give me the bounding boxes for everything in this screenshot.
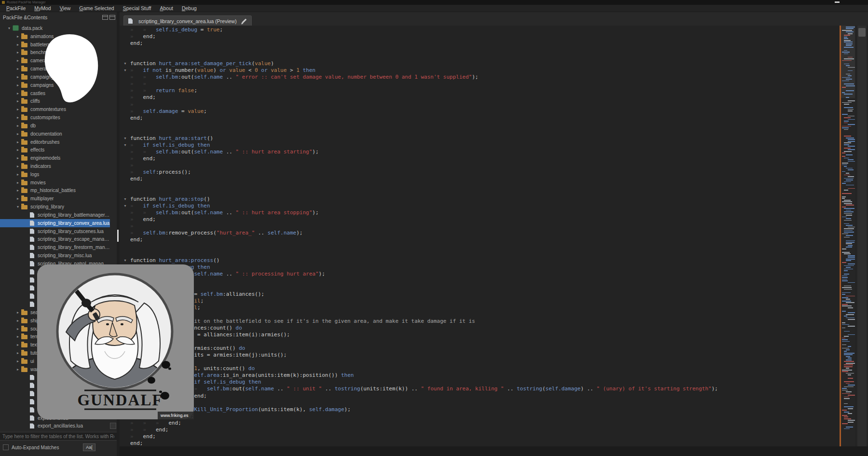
code-line[interactable]: » [120,101,840,108]
expand-arrow-icon[interactable]: ▸ [14,359,21,363]
tree-scroll-button[interactable] [110,423,116,429]
menu-item-packfile[interactable]: PackFile [2,5,30,12]
code-line[interactable]: » end; [120,216,840,223]
expand-arrow-icon[interactable]: ▸ [14,351,21,355]
expand-arrow-icon[interactable]: ▸ [14,188,21,193]
code-line[interactable]: » » » » » end; [120,393,840,400]
expand-arrow-icon[interactable]: ▸ [14,148,21,152]
tree-item-scripting-library-firestorm-manager-lua[interactable]: scripting_library_firestorm_manager.lua [0,243,110,251]
code-line[interactable]: end; [120,115,840,122]
expand-arrow-icon[interactable]: ▸ [14,180,21,185]
tab-scripting-library-convex-area[interactable]: scripting_library_convex_area.lua (Previ… [123,15,252,26]
expand-arrow-icon[interactable]: ▸ [14,334,21,339]
code-line[interactable]: » end; [120,94,840,101]
code-line[interactable]: » » self.bm:out(self.name .. " :: proces… [120,271,840,277]
code-line[interactable]: » end; [120,33,840,40]
expand-arrow-icon[interactable]: ▸ [14,91,21,96]
code-line[interactable]: » » self.bm:out(self.name .. " :: hurt a… [120,209,840,216]
expand-arrow-icon[interactable]: ▾ [14,205,21,209]
code-line[interactable] [120,128,840,135]
code-line[interactable]: ▾» if self.is_debug then [120,142,840,149]
expand-arrow-icon[interactable]: ▸ [14,83,21,87]
expand-arrow-icon[interactable]: ▸ [14,67,21,71]
code-line[interactable]: » [120,162,840,169]
fold-marker-icon[interactable]: ▾ [122,67,128,74]
tree-item-scripting-library-battlemanager-lua[interactable]: scripting_library_battlemanager.lua [0,211,110,219]
code-line[interactable]: » » » for k = 1, units:count() do [120,365,840,372]
tree-item-effects[interactable]: ▸effects [0,146,110,154]
code-line[interactable]: end; [120,440,840,446]
code-line[interactable]: ▾function hurt_area:process() [120,257,840,264]
expand-arrow-icon[interactable]: ▸ [14,172,21,177]
expand-arrow-icon[interactable]: ▸ [14,124,21,128]
expand-arrow-icon[interactable]: ▸ [14,115,21,120]
editor-scrollbar[interactable] [857,26,867,446]
expand-arrow-icon[interactable]: ▸ [14,140,21,144]
tree-item-multiplayer[interactable]: ▸multiplayer [0,194,110,203]
tree-item-scripting-library-convex-area-lua[interactable]: scripting_library_convex_area.lua [0,219,110,227]
code-line[interactable]: » [120,223,840,230]
code-line[interactable]: ▾function hurt_area:stop() [120,196,840,203]
code-line[interactable] [120,244,840,250]
code-line[interactable]: » local alliances = self.bm:alliances(); [120,291,840,298]
menu-item-special-stuff[interactable]: Special Stuff [119,5,156,12]
tree-item-scripting-library[interactable]: ▾scripting_library [0,203,110,211]
fold-marker-icon[interactable]: ▾ [122,203,128,209]
expand-arrow-icon[interactable]: ▸ [14,132,21,136]
tree-item-indicators[interactable]: ▸indicators [0,162,110,170]
expand-arrow-icon[interactable]: ▸ [14,164,21,168]
expand-arrow-icon[interactable]: ▸ [14,99,21,103]
expand-arrow-icon[interactable]: ▸ [14,156,21,160]
code-line[interactable]: » » [120,338,840,345]
code-line[interactable]: » » return false; [120,87,840,94]
expand-arrow-icon[interactable]: ▸ [14,58,21,63]
expand-arrow-icon[interactable]: ▸ [14,367,21,372]
minimize-icon[interactable] [835,1,840,3]
code-line[interactable]: ▾» if self.is_debug then [120,264,840,271]
fold-marker-icon[interactable]: ▾ [122,257,128,264]
expand-arrow-icon[interactable]: ▸ [14,318,21,323]
minimap-viewport[interactable] [841,26,855,98]
expand-arrow-icon[interactable]: ▸ [14,343,21,347]
code-line[interactable]: » for i = 1, alliances:count() do [120,325,840,332]
expand-all-icon[interactable] [102,15,108,20]
code-line[interactable]: » end; [120,155,840,162]
code-line[interactable]: end; [120,40,840,47]
code-line[interactable]: » » » local units = armies:item(j):units… [120,352,840,359]
expand-arrow-icon[interactable]: ▸ [14,50,21,55]
code-line[interactable]: » » self.bm:out(self.name .. " :: hurt a… [120,149,840,155]
tree-item-editorbrushes[interactable]: ▸editorbrushes [0,138,110,146]
tree-item-scripting-library-cutscenes-lua[interactable]: scripting_library_cutscenes.lua [0,227,110,235]
code-line[interactable]: » » » [120,359,840,365]
code-line[interactable]: end; [120,176,840,182]
fold-marker-icon[interactable]: ▾ [122,135,128,142]
splitter-handle[interactable] [117,230,119,242]
code-line[interactable] [120,54,840,60]
code-line[interactable]: » » » end; [120,420,840,427]
tree-item-enginemodels[interactable]: ▸enginemodels [0,154,110,162]
code-line[interactable]: » » [120,81,840,87]
code-line[interactable]: » » self.is_debug = true; [120,27,840,33]
filter-input[interactable] [0,432,117,441]
code-line[interactable]: » self:process(); [120,169,840,176]
code-line[interactable]: » local armies = nil; [120,298,840,304]
tree-item-mp-historical-battles[interactable]: ▸mp_historical_battles [0,187,110,195]
expand-arrow-icon[interactable]: ▸ [14,75,21,79]
tree-item-scripting-library-escape-manager-lua[interactable]: scripting_library_escape_manager.lua [0,235,110,244]
expand-arrow-icon[interactable]: ▸ [14,107,21,111]
code-line[interactable]: » » » » » Kill_Unit_Proportion(units:ite… [120,406,840,413]
tree-item-commontextures[interactable]: ▸commontextures [0,105,110,113]
code-line[interactable]: » » » » if self.area:is_in_area(units:it… [120,372,840,379]
code-line[interactable]: end; [120,236,840,243]
code-line[interactable]: » » » » » if self.is_debug then [120,379,840,386]
code-line[interactable] [120,122,840,128]
code-line[interactable] [120,189,840,196]
expand-arrow-icon[interactable]: ▸ [14,42,21,47]
code-line[interactable]: » » » » » [120,400,840,406]
tree-item-customsprites[interactable]: ▸customsprites [0,113,110,122]
tree-item-documentation[interactable]: ▸documentation [0,130,110,138]
menu-item-mymod[interactable]: MyMod [30,5,55,12]
code-line[interactable] [120,182,840,189]
expand-arrow-icon[interactable]: ▸ [14,34,21,39]
code-line[interactable]: » » » » end; [120,413,840,420]
